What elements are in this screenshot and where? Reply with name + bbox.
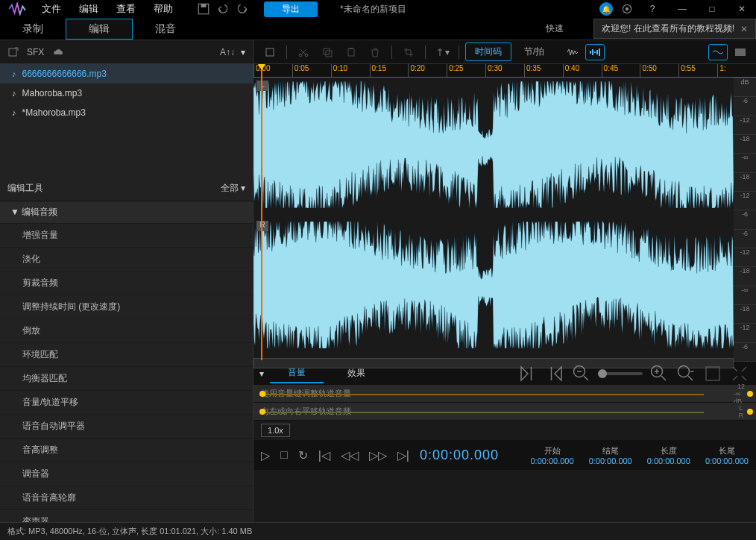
- view-spectral-icon[interactable]: [585, 44, 605, 60]
- menu-help[interactable]: 帮助: [145, 2, 182, 16]
- menu-edit[interactable]: 编辑: [70, 2, 107, 16]
- play-button[interactable]: ▷: [261, 448, 270, 462]
- pan-track[interactable]: 向左或向右平移轨道音频: [253, 403, 726, 421]
- help-icon[interactable]: ?: [641, 4, 664, 14]
- close-button[interactable]: ✕: [731, 4, 753, 14]
- delete-icon[interactable]: [365, 43, 385, 61]
- zoom-slider[interactable]: [598, 372, 643, 375]
- save-icon[interactable]: [197, 2, 210, 16]
- tab-row: 录制 编辑 混音 快速 欢迎您! 在此查看所有的教程视频! ✕: [0, 18, 756, 40]
- sfx-button[interactable]: SFX: [27, 47, 44, 57]
- skip-start-button[interactable]: |◁: [318, 448, 330, 462]
- tool-item[interactable]: 调整持续时间 (更改速度): [0, 295, 253, 319]
- svg-rect-9: [326, 51, 332, 57]
- layout-a-icon[interactable]: [708, 44, 728, 60]
- tool-item[interactable]: 剪裁音频: [0, 271, 253, 295]
- speed-display[interactable]: 1.0x: [261, 424, 290, 437]
- tools-all-button[interactable]: 全部 ▾: [221, 182, 245, 195]
- minimize-button[interactable]: —: [671, 4, 693, 14]
- tool-item[interactable]: 环境匹配: [0, 343, 253, 367]
- maximize-button[interactable]: □: [701, 4, 723, 14]
- mark-in-icon[interactable]: [517, 365, 538, 383]
- project-title: *未命名的新项目: [340, 3, 406, 16]
- tool-item[interactable]: 音高调整: [0, 439, 253, 462]
- tool-item[interactable]: 均衡器匹配: [0, 367, 253, 391]
- tool-item[interactable]: 语音自动调平器: [0, 415, 253, 439]
- rewind-button[interactable]: ◁◁: [341, 448, 359, 462]
- volume-track[interactable]: 使用音量键调整轨道音量: [253, 385, 726, 403]
- editor-toolbar: ▾ 时间码 节/拍: [253, 40, 756, 64]
- waveform-right[interactable]: [253, 218, 734, 352]
- pan-marker-right[interactable]: [747, 409, 753, 415]
- tool-item[interactable]: 变声器: [0, 510, 253, 522]
- fit-icon[interactable]: [702, 365, 723, 383]
- zoom-in-icon[interactable]: [649, 365, 670, 383]
- chevron-down-icon[interactable]: ▾: [241, 47, 245, 57]
- tab-fast[interactable]: 快速: [523, 19, 586, 38]
- tool-item[interactable]: 倒放: [0, 319, 253, 343]
- close-welcome-icon[interactable]: ✕: [740, 24, 748, 34]
- playhead[interactable]: [261, 64, 262, 360]
- file-item[interactable]: ♪Mahoroba.mp3: [0, 84, 253, 103]
- expand-icon[interactable]: [729, 365, 750, 383]
- channel-right-label: R: [256, 221, 268, 231]
- vol-marker-left[interactable]: [259, 391, 265, 397]
- svg-rect-11: [350, 48, 353, 49]
- layout-b-icon[interactable]: [731, 44, 750, 60]
- stop-button[interactable]: □: [280, 448, 288, 462]
- font-size-button[interactable]: A↑↓: [220, 47, 235, 57]
- svg-rect-23: [706, 367, 719, 380]
- view-wave-icon[interactable]: [563, 44, 582, 60]
- svg-rect-4: [9, 48, 16, 56]
- start-label: 开始: [531, 445, 574, 456]
- waveform-container[interactable]: L R dB -6-12-18-∞-18-12-6-6-12-18-∞-18-1…: [253, 78, 756, 361]
- sidebar: SFX A↑↓ ▾ ♪6666666666666.mp3♪Mahoroba.mp…: [0, 40, 253, 522]
- menu-view[interactable]: 查看: [107, 2, 145, 16]
- undo-icon[interactable]: [216, 2, 230, 16]
- cut-icon[interactable]: [293, 43, 314, 61]
- mark-out-icon[interactable]: [544, 365, 565, 383]
- tools-section-audio[interactable]: ▼ 编辑音频: [0, 201, 253, 224]
- tool-item[interactable]: 调音器: [0, 462, 253, 486]
- timecode-display: 0:00:00.000: [420, 448, 499, 463]
- redo-icon[interactable]: [236, 2, 249, 16]
- paste-icon[interactable]: [341, 43, 362, 61]
- svg-rect-8: [324, 48, 330, 54]
- beat-mode-button[interactable]: 节/拍: [514, 43, 554, 61]
- loop-button[interactable]: ↻: [298, 448, 308, 462]
- skip-end-button[interactable]: ▷|: [397, 448, 409, 462]
- vol-marker-right[interactable]: [747, 391, 753, 397]
- file-item[interactable]: ♪6666666666666.mp3: [0, 64, 253, 84]
- file-name: 6666666666666.mp3: [22, 69, 107, 79]
- tab-mix[interactable]: 混音: [133, 19, 198, 39]
- waveform-left[interactable]: [253, 78, 734, 212]
- chevron-down-icon[interactable]: ▾: [259, 368, 264, 379]
- add-file-icon[interactable]: [7, 46, 19, 58]
- select-tool-icon[interactable]: [259, 43, 280, 61]
- pan-marker-left[interactable]: [259, 409, 265, 415]
- file-item[interactable]: ♪*Mahoroba.mp3: [0, 103, 253, 122]
- timecode-mode-button[interactable]: 时间码: [465, 43, 511, 61]
- cloud-icon[interactable]: [51, 47, 65, 57]
- crop-icon[interactable]: [398, 43, 419, 61]
- tab-edit[interactable]: 编辑: [66, 19, 133, 40]
- gear-icon[interactable]: [620, 2, 634, 16]
- zoom-handle[interactable]: [598, 369, 607, 378]
- forward-button[interactable]: ▷▷: [369, 448, 387, 462]
- marker-icon[interactable]: ▾: [432, 43, 453, 61]
- welcome-banner[interactable]: 欢迎您! 在此查看所有的教程视频! ✕: [593, 19, 756, 39]
- notification-icon[interactable]: 🔔: [599, 2, 613, 16]
- tool-item[interactable]: 语音音高轮廓: [0, 486, 253, 510]
- copy-icon[interactable]: [317, 43, 338, 61]
- zoom-out-icon[interactable]: [571, 365, 592, 383]
- zoom-v-icon[interactable]: [675, 365, 696, 383]
- timeline-ruler[interactable]: 0:000:050:100:150:200:250:300:350:400:45…: [253, 64, 756, 78]
- export-button[interactable]: 导出: [264, 1, 318, 17]
- tool-item[interactable]: 音量/轨道平移: [0, 391, 253, 415]
- tab-record[interactable]: 录制: [0, 19, 66, 39]
- tool-item[interactable]: 增强音量: [0, 224, 253, 248]
- tool-item[interactable]: 淡化: [0, 248, 253, 271]
- titlebar: 文件 编辑 查看 帮助 导出 *未命名的新项目 🔔 ? — □ ✕: [0, 0, 756, 18]
- svg-rect-14: [594, 51, 596, 53]
- menu-file[interactable]: 文件: [33, 2, 70, 16]
